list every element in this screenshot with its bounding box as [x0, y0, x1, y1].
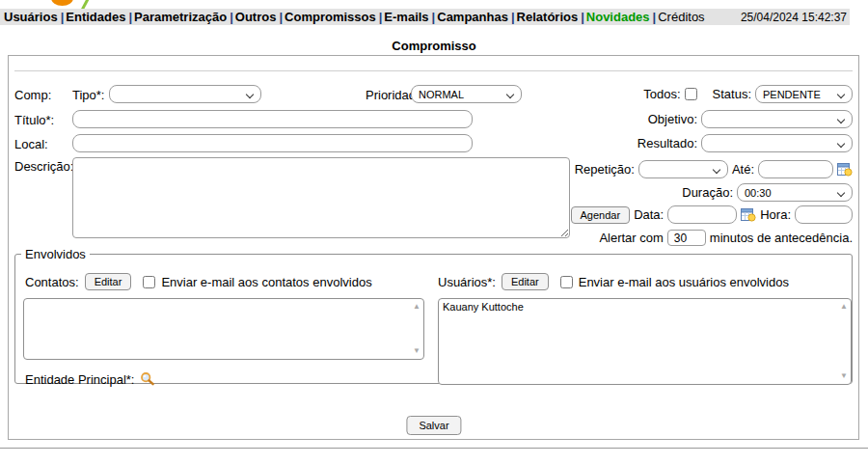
envolvidos-legend: Envolvidos — [21, 247, 90, 261]
resultado-label: Resultado: — [637, 136, 697, 150]
data-input[interactable] — [667, 205, 737, 224]
usuarios-email-label: Enviar e-mail aos usuários envolvidos — [579, 275, 789, 289]
duracao-select[interactable]: 00:30 — [737, 183, 853, 202]
descricao-label: Descrição: — [14, 159, 73, 174]
agendar-button[interactable]: Agendar — [571, 206, 631, 224]
prioridade-select-value: NORMAL — [419, 89, 464, 100]
status-select-value: PENDENTE — [763, 89, 821, 100]
tipo-label: Tipo*: — [72, 88, 104, 102]
chevron-down-icon — [837, 91, 845, 98]
repeticao-label: Repetição: — [575, 162, 635, 177]
chevron-down-icon — [837, 116, 845, 123]
menu-item-compromissos[interactable]: Compromissos — [285, 10, 376, 24]
menu-separator: | — [379, 10, 383, 24]
titulo-label: Título*: — [14, 113, 54, 127]
usuarios-email-checkbox[interactable] — [560, 276, 573, 288]
usuarios-listbox[interactable]: Kauany Kuttoche ▲ ▼ — [438, 298, 852, 385]
duracao-label: Duração: — [682, 185, 733, 200]
menu-item-novidades[interactable]: Novidades — [586, 10, 650, 24]
usuarios-row: Usuários*: Editar Enviar e-mail aos usuá… — [438, 273, 789, 290]
compromisso-page: Usuários|Entidades|Parametrização|Outros… — [0, 0, 868, 464]
usuarios-label: Usuários*: — [438, 275, 496, 289]
logo-strip — [0, 0, 212, 9]
contatos-email-checkbox[interactable] — [143, 276, 155, 288]
chevron-down-icon — [837, 189, 845, 197]
scroll-down-icon[interactable]: ▼ — [840, 372, 848, 380]
salvar-button[interactable]: Salvar — [406, 416, 461, 435]
duracao-row: Duração: 00:30 — [682, 183, 853, 202]
resultado-row: Resultado: — [637, 134, 853, 152]
logo-icon — [51, 0, 73, 6]
todos-status-row: Todos: Status: PENDENTE — [643, 85, 853, 103]
calendar-icon[interactable] — [837, 162, 853, 177]
repeticao-row: Repetição: Até: — [575, 160, 853, 178]
titulo-input[interactable] — [72, 110, 473, 128]
objetivo-row: Objetivo: — [648, 110, 853, 128]
menu-item-outros[interactable]: Outros — [235, 10, 277, 24]
local-input[interactable] — [72, 134, 473, 152]
hora-label: Hora: — [760, 207, 791, 222]
hora-input[interactable] — [795, 205, 853, 224]
local-label: Local: — [14, 137, 48, 151]
menu-separator: | — [61, 10, 65, 24]
contatos-email-label: Enviar e-mail aos contatos envolvidos — [161, 275, 371, 289]
top-menubar: Usuários|Entidades|Parametrização|Outros… — [0, 9, 850, 25]
status-select[interactable]: PENDENTE — [755, 85, 853, 103]
todos-checkbox[interactable] — [685, 88, 697, 100]
list-item[interactable]: Kauany Kuttoche — [439, 299, 851, 314]
todos-label: Todos: — [643, 87, 680, 101]
alertar-row: Alertar com minutos de antecedência. — [599, 230, 853, 246]
alertar-minutos-input[interactable] — [667, 230, 706, 246]
contatos-editar-button[interactable]: Editar — [85, 273, 132, 290]
resultado-select[interactable] — [701, 134, 853, 152]
ate-label: Até: — [732, 162, 754, 177]
entidade-principal-label: Entidade Principal*: — [25, 372, 134, 387]
logo-leaf-icon — [80, 0, 92, 9]
ate-input[interactable] — [758, 160, 833, 178]
repeticao-select[interactable] — [638, 160, 728, 178]
scroll-up-icon[interactable]: ▲ — [840, 303, 848, 311]
alertar-suffix-label: minutos de antecedência. — [710, 231, 853, 245]
contatos-row: Contatos: Editar Enviar e-mail aos conta… — [25, 273, 372, 290]
duracao-select-value: 00:30 — [745, 187, 772, 199]
calendar-icon[interactable] — [741, 207, 756, 222]
scroll-down-icon[interactable]: ▼ — [413, 347, 420, 355]
menu-separator: | — [230, 10, 233, 24]
search-icon[interactable] — [140, 371, 155, 387]
usuarios-editar-button[interactable]: Editar — [502, 273, 549, 290]
menu-separator: | — [128, 10, 132, 24]
data-label: Data: — [634, 207, 664, 222]
comp-label: Comp: — [14, 88, 51, 102]
objetivo-select[interactable] — [701, 110, 853, 128]
menu-item-usuarios[interactable]: Usuários — [4, 10, 58, 24]
menu-separator: | — [581, 10, 584, 24]
tipo-select[interactable] — [109, 85, 261, 103]
chevron-down-icon — [246, 91, 254, 98]
chevron-down-icon — [506, 91, 514, 98]
divider — [14, 70, 853, 71]
footer-divider — [0, 448, 868, 449]
envolvidos-fieldset: Envolvidos Contatos: Editar Enviar e-mai… — [14, 247, 853, 384]
menu: Usuários|Entidades|Parametrização|Outros… — [4, 10, 705, 24]
chevron-down-icon — [837, 140, 845, 148]
contatos-label: Contatos: — [25, 275, 79, 289]
menu-item-e-mails[interactable]: E-mails — [384, 10, 428, 24]
menu-item-parametrizacao[interactable]: Parametrização — [134, 10, 227, 24]
menu-item-campanhas[interactable]: Campanhas — [437, 10, 508, 24]
menu-item-creditos[interactable]: Créditos — [658, 10, 704, 24]
form-box: Comp: Tipo*: Prioridade: NORMAL Todos: S… — [8, 55, 859, 440]
descricao-textarea[interactable] — [72, 157, 570, 238]
menu-separator: | — [653, 10, 657, 24]
datetime-display: 25/04/2024 15:42:37 — [741, 11, 847, 24]
menu-separator: | — [511, 10, 515, 24]
chevron-down-icon — [713, 166, 720, 174]
menu-item-relatorios[interactable]: Relatórios — [517, 10, 579, 24]
status-label: Status: — [713, 87, 751, 101]
contatos-listbox[interactable]: ▲ ▼ — [23, 298, 424, 360]
objetivo-label: Objetivo: — [648, 112, 697, 126]
scroll-up-icon[interactable]: ▲ — [413, 303, 420, 311]
menu-item-entidades[interactable]: Entidades — [66, 10, 125, 24]
menu-separator: | — [279, 10, 283, 24]
prioridade-select[interactable]: NORMAL — [411, 85, 522, 103]
page-title: Compromisso — [0, 39, 868, 53]
